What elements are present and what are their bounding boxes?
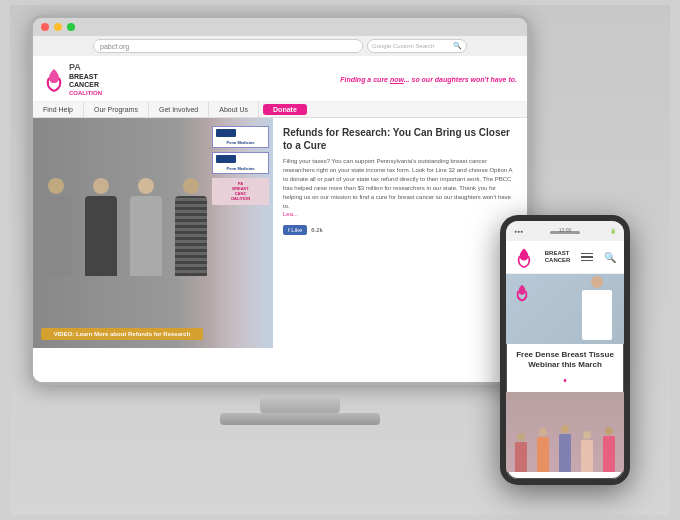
phone-logo bbox=[514, 245, 534, 269]
phone-logo-text: BREAST CANCER bbox=[545, 250, 571, 264]
hero-image: Penn Medicine Penn Medicine PABREASTCANC… bbox=[33, 118, 273, 348]
gp-head bbox=[517, 433, 525, 441]
header-right: Finding a cure now... so our daughters w… bbox=[340, 76, 517, 83]
phone-time: 12:00 bbox=[559, 227, 572, 233]
monitor-stand bbox=[260, 395, 340, 413]
article-title: Refunds for Research: You Can Bring us C… bbox=[283, 126, 517, 152]
breast-cancer-banner: PABREASTCANCOALITION bbox=[212, 178, 269, 205]
hamburger-menu-button[interactable] bbox=[581, 253, 593, 262]
minimize-button[interactable] bbox=[54, 23, 62, 31]
phone-dot-indicator: • bbox=[514, 375, 616, 386]
scene: pabcf.org Google Custom Search 🔍 bbox=[10, 5, 670, 515]
phone-search-icon[interactable]: 🔍 bbox=[604, 252, 616, 263]
maximize-button[interactable] bbox=[67, 23, 75, 31]
group-person-4 bbox=[580, 431, 594, 472]
gp-body bbox=[603, 436, 615, 472]
monitor-frame: pabcf.org Google Custom Search 🔍 bbox=[30, 15, 530, 385]
gp-body bbox=[515, 442, 527, 472]
phone-hero-ribbon bbox=[514, 282, 530, 306]
doctor-head bbox=[591, 276, 603, 288]
nav-donate[interactable]: Donate bbox=[263, 104, 307, 115]
person-head bbox=[93, 178, 109, 194]
nav-get-involved[interactable]: Get Involved bbox=[149, 102, 209, 117]
gp-head bbox=[561, 425, 569, 433]
browser-title-bar bbox=[33, 18, 527, 36]
fb-count: 6.2k bbox=[311, 227, 322, 233]
gp-body bbox=[581, 440, 593, 472]
group-person-5 bbox=[602, 427, 616, 472]
person-head bbox=[138, 178, 154, 194]
person-body bbox=[175, 196, 207, 276]
banner-text: Penn Medicine bbox=[216, 140, 265, 145]
gp-head bbox=[605, 427, 613, 435]
banner-text-2: Penn Medicine bbox=[216, 166, 265, 171]
address-bar: pabcf.org Google Custom Search 🔍 bbox=[33, 36, 527, 56]
read-more-link[interactable]: Lea... bbox=[283, 211, 517, 217]
person-head bbox=[48, 178, 64, 194]
close-button[interactable] bbox=[41, 23, 49, 31]
breast-cancer-banner-text: PABREASTCANCOALITION bbox=[215, 181, 266, 202]
person-4 bbox=[171, 178, 211, 318]
facebook-like-button[interactable]: f Like bbox=[283, 225, 307, 235]
article-body: Filing your taxes? You can support Penns… bbox=[283, 157, 517, 211]
doctor-coat bbox=[582, 290, 612, 340]
penn-logo bbox=[216, 129, 236, 137]
person-body bbox=[40, 196, 72, 276]
browser-search-field[interactable]: Google Custom Search 🔍 bbox=[367, 39, 467, 53]
menu-line-2 bbox=[581, 256, 593, 258]
logo-cancer: CANCER bbox=[69, 81, 102, 89]
gp-body bbox=[537, 437, 549, 472]
logo-text: PA BREAST CANCER COALITION bbox=[69, 62, 102, 97]
phone-frame: ●●● 12:00 🔋 BREAST CANCER bbox=[500, 215, 630, 485]
nav-find-help[interactable]: Find Help bbox=[33, 102, 84, 117]
ribbon-logo bbox=[43, 65, 65, 93]
logo-pa: PA bbox=[69, 62, 102, 73]
person-body bbox=[85, 196, 117, 276]
penn-medicine-banner-2: Penn Medicine bbox=[212, 152, 269, 174]
phone-article-title: Free Dense Breast Tissue Webinar this Ma… bbox=[514, 350, 616, 371]
phone-article: Free Dense Breast Tissue Webinar this Ma… bbox=[506, 344, 624, 392]
nav-about-us[interactable]: About Us bbox=[209, 102, 259, 117]
facebook-like-bar: f Like 6.2k bbox=[283, 225, 517, 235]
person-body bbox=[130, 196, 162, 276]
phone-battery: 🔋 bbox=[610, 228, 616, 234]
phone-group-people bbox=[506, 425, 624, 472]
person-3 bbox=[126, 178, 166, 318]
group-person-2 bbox=[536, 428, 550, 472]
video-button[interactable]: VIDEO: Learn More about Refunds for Rese… bbox=[41, 328, 203, 340]
phone-hero-image bbox=[506, 274, 624, 344]
menu-line-1 bbox=[581, 253, 593, 255]
fb-icon: f bbox=[288, 227, 290, 233]
monitor-stand-wrapper bbox=[50, 395, 550, 425]
fb-like-label: Like bbox=[291, 227, 302, 233]
logo-coalition: COALITION bbox=[69, 90, 102, 97]
phone-signal: ●●● bbox=[514, 228, 523, 234]
search-icon: 🔍 bbox=[453, 42, 462, 50]
monitor-base bbox=[220, 413, 380, 425]
nav-our-programs[interactable]: Our Programs bbox=[84, 102, 149, 117]
mobile-phone: ●●● 12:00 🔋 BREAST CANCER bbox=[500, 215, 630, 485]
gp-body bbox=[559, 434, 571, 472]
penn-medicine-banner-1: Penn Medicine bbox=[212, 126, 269, 148]
main-content: Penn Medicine Penn Medicine PABREASTCANC… bbox=[33, 118, 527, 348]
website-content: PA BREAST CANCER COALITION Finding a cur… bbox=[33, 56, 527, 382]
phone-group-photo bbox=[506, 392, 624, 472]
person-head bbox=[183, 178, 199, 194]
site-header: PA BREAST CANCER COALITION Finding a cur… bbox=[33, 56, 527, 102]
gp-head bbox=[539, 428, 547, 436]
logo-breast: BREAST bbox=[69, 73, 102, 81]
penn-logo-2 bbox=[216, 155, 236, 163]
phone-nav-bar: BREAST CANCER 🔍 bbox=[506, 241, 624, 274]
site-navigation: Find Help Our Programs Get Involved Abou… bbox=[33, 102, 527, 118]
url-field[interactable]: pabcf.org bbox=[93, 39, 363, 53]
gp-head bbox=[583, 431, 591, 439]
phone-status-bar: ●●● 12:00 🔋 bbox=[506, 221, 624, 241]
person-1 bbox=[36, 178, 76, 318]
phone-second-hero bbox=[506, 392, 624, 472]
search-placeholder: Google Custom Search bbox=[372, 43, 434, 49]
person-2 bbox=[81, 178, 121, 318]
banner-signs: Penn Medicine Penn Medicine PABREASTCANC… bbox=[208, 118, 273, 348]
group-person-1 bbox=[514, 433, 528, 472]
phone-doctor-figure bbox=[578, 276, 616, 344]
group-person-3 bbox=[558, 425, 572, 472]
